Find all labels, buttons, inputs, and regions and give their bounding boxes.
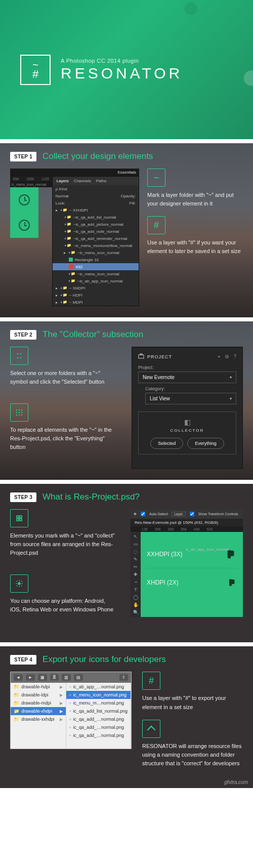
svg-point-1 <box>20 353 22 355</box>
file-row[interactable]: ▫ic_menu_icon_normal.png <box>66 691 131 699</box>
tip-text: Use a layer with "#" to export your elem… <box>142 694 243 711</box>
image-file-icon: ▫ <box>69 717 71 722</box>
layer-row[interactable]: ▸▸📁~ HDPI <box>53 292 139 299</box>
view-icon-button[interactable]: ▦ <box>38 674 47 681</box>
tool-icon[interactable]: ◌ <box>134 549 138 554</box>
document-tab[interactable]: Res-New-Evernote.psd @ 150% (#32, RGB/8) <box>131 519 243 526</box>
gear-icon <box>10 574 28 593</box>
tool-icon[interactable]: ✚ <box>134 572 138 577</box>
tab-paths[interactable]: Paths <box>96 179 106 183</box>
file-row[interactable]: ▫ic_qa_add_…normal.png <box>66 723 131 731</box>
chevron-right-icon: ▶ <box>60 693 63 697</box>
layer-row[interactable]: ▸📁~ic_qa_add_note_normal <box>53 228 139 235</box>
file-column[interactable]: ▫ic_ab_app_…normal.png▫ic_menu_icon_norm… <box>66 683 131 749</box>
hash-icon: # <box>142 672 160 690</box>
layer-row[interactable]: ▸▸📁~ MDPI <box>53 299 139 306</box>
project-dropdown[interactable]: New Evernote ▾ <box>138 371 236 383</box>
file-row[interactable]: ▫ic_qa_add_list_normal.png <box>66 707 131 715</box>
layer-row[interactable]: ▸📁~ic_qa_add_list_normal <box>53 214 139 221</box>
folder-row[interactable]: 📁drawable-hdpi▶ <box>11 683 66 691</box>
density-label: XXHDPI (3X) <box>147 551 183 558</box>
gear-icon[interactable]: ⚙ <box>225 354 229 360</box>
layer-row[interactable]: #32 <box>53 263 139 270</box>
disclosure-icon: ▸ <box>56 208 59 213</box>
selected-button[interactable]: Selected <box>150 438 183 449</box>
tool-icon[interactable]: ✂ <box>134 564 138 569</box>
layer-name: ~ic_menu_moreoverflow_normal <box>73 243 132 248</box>
tab-layers[interactable]: Layers <box>57 179 69 183</box>
layer-row[interactable]: ▸📁~ic_menu_icon_normal <box>53 270 139 277</box>
file-name: ic_qa_add_…normal.png <box>73 717 124 722</box>
tool-icon[interactable]: 🔍 <box>133 610 139 615</box>
clock-icon <box>19 220 30 231</box>
layer-name: ~ XXHDPI <box>69 208 88 213</box>
layer-row[interactable]: ▸📁~ic_menu_moreoverflow_normal <box>53 242 139 249</box>
filter-kind[interactable]: ρ Kind <box>56 187 67 191</box>
view-col-button[interactable]: ▥ <box>62 674 71 681</box>
tool-icon[interactable]: T <box>134 587 137 592</box>
folder-row[interactable]: 📁drawable-xhdpi▶ <box>11 707 66 715</box>
ruler-tick: 1120 <box>41 177 49 181</box>
svg-point-10 <box>16 415 17 416</box>
layer-row[interactable]: Rectangle 10 <box>53 256 139 263</box>
file-row[interactable]: ▫ic_qa_add_…normal.png <box>66 715 131 723</box>
folder-row[interactable]: 📁drawable-mdpi▶ <box>11 699 66 707</box>
tab-channels[interactable]: Channels <box>74 179 91 183</box>
help-icon[interactable]: ? <box>233 354 236 360</box>
opt-label: Auto-Select: <box>149 512 168 516</box>
share-button[interactable]: ⇪ <box>119 674 128 681</box>
forward-button[interactable]: ► <box>26 674 35 681</box>
ruler-tick: 528 <box>206 527 213 531</box>
file-row[interactable]: ▫ic_ab_app_…normal.png <box>66 683 131 691</box>
layer-icon: ▸📁 <box>65 236 71 240</box>
green-artboard <box>10 187 38 238</box>
folder-name: drawable-mdpi <box>21 700 51 706</box>
hero-tagline: A Photoshop CC 2014 plugin <box>61 58 183 64</box>
svg-rect-14 <box>140 354 142 355</box>
tool-icon[interactable]: ⌁ <box>135 580 137 585</box>
tool-icon[interactable]: ↖ <box>134 534 138 539</box>
file-row[interactable]: ▫ic_qa_add_…normal.png <box>66 731 131 739</box>
folder-row[interactable]: 📁drawable-xxhdpi▶ <box>11 715 66 723</box>
layer-icon: ▸📁 <box>69 251 75 255</box>
layers-panel[interactable]: Layers Channels Paths ρ Kind NormalOpaci… <box>52 176 139 306</box>
tool-icon[interactable]: ◯ <box>133 595 138 600</box>
everything-button[interactable]: Everything <box>187 438 224 449</box>
view-list-button[interactable]: ≣ <box>50 674 59 681</box>
tool-icon[interactable]: ✎ <box>134 557 138 562</box>
back-button[interactable]: ◄ <box>14 674 23 681</box>
folder-column[interactable]: 📁drawable-hdpi▶📁drawable-ldpi▶📁drawable-… <box>11 683 66 749</box>
tip-text: Elements you mark with a "~" and "collec… <box>10 531 116 557</box>
layer-name: ~ic_qa_add_list_normal <box>73 215 116 220</box>
tilde-icon: ~ <box>147 169 165 187</box>
options-bar[interactable]: ✥ Auto-Select: Layer Show Transform Cont… <box>131 509 243 519</box>
svg-point-8 <box>19 412 20 413</box>
finder-window[interactable]: ◄ ► ▦ ≣ ▥ ▤ ⇪ 📁drawable-hdpi▶📁drawable-l… <box>10 672 132 749</box>
opt-value[interactable]: Layer <box>172 512 186 516</box>
folder-row[interactable]: 📁drawable-ldpi▶ <box>11 691 66 699</box>
layer-row[interactable]: ▸▸📁~ XHDPI <box>53 284 139 292</box>
bug-icon[interactable]: ⌖ <box>218 354 221 360</box>
resonator-panel[interactable]: PROJECT ⌖ ⚙ ? Project: New Evernote ▾ <box>132 347 243 469</box>
layer-row[interactable]: ▸📁~ic_qa_add_reminder_normal <box>53 235 139 242</box>
layer-row[interactable]: ▸📁~ic_ab_app_icon_normal <box>53 277 139 284</box>
layer-row[interactable]: ▸📁~ic_qa_add_picture_normal <box>53 221 139 228</box>
toolbar[interactable]: ↖▭◌✎✂✚⌁T◯✋🔍 <box>131 532 141 617</box>
layer-icon: ▸📁 <box>61 300 67 304</box>
show-transform-checkbox[interactable] <box>190 512 194 516</box>
tool-icon[interactable]: ▭ <box>134 542 138 547</box>
file-row[interactable]: ▫ic_menu_m…normal.png <box>66 699 131 707</box>
ruler-tick: 288 <box>167 527 174 531</box>
collector-label: COLLECTOR <box>144 428 231 433</box>
tool-icon[interactable]: ✋ <box>133 602 139 607</box>
view-cover-button[interactable]: ▤ <box>74 674 83 681</box>
layer-row[interactable]: ▸▸📁~ic_menu_icon_normal <box>53 249 139 256</box>
canvas[interactable]: ic_ab_app_icon_normal XXHDPI (3X) XHDPI … <box>141 532 243 617</box>
category-dropdown[interactable]: List View ▾ <box>145 393 236 404</box>
folder-icon: 📁 <box>14 684 19 689</box>
blend-mode[interactable]: Normal <box>56 194 69 198</box>
auto-select-checkbox[interactable] <box>141 512 145 516</box>
finder-toolbar[interactable]: ◄ ► ▦ ≣ ▥ ▤ ⇪ <box>11 672 131 683</box>
layer-row[interactable]: ▸▸📁~ XXHDPI <box>53 206 139 214</box>
project-label: Project: <box>138 365 236 370</box>
